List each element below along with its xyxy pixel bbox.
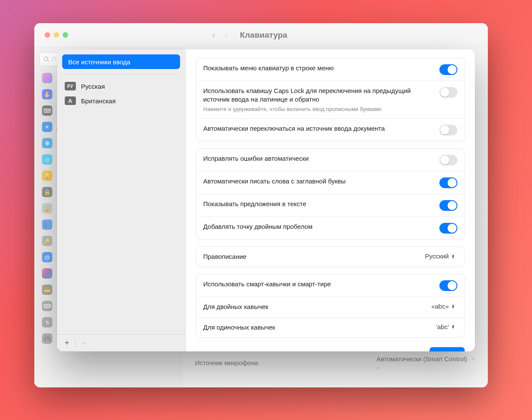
row-title: Правописание bbox=[203, 252, 418, 261]
chevron-updown-icon: ▲▼ bbox=[451, 324, 457, 329]
input-source-badge: РУ bbox=[65, 82, 76, 90]
chevron-updown-icon: ▲▼ bbox=[451, 304, 457, 309]
chevron-updown-icon: ▲▼ bbox=[451, 254, 457, 258]
row-title: Использовать клавишу Caps Lock для перек… bbox=[203, 87, 433, 104]
input-source-item[interactable]: АБританская bbox=[62, 93, 180, 108]
settings-row: Для двойных кавычек«abc»▲▼ bbox=[196, 297, 464, 317]
settings-group: Показывать меню клавиатур в строке менюИ… bbox=[196, 58, 465, 141]
settings-row: Добавлять точку двойным пробелом bbox=[196, 216, 464, 239]
settings-group: Исправлять ошибки автоматическиАвтоматич… bbox=[196, 148, 465, 240]
dropdown-select[interactable]: 'abc'▲▼ bbox=[436, 323, 457, 330]
dropdown-value: Русский bbox=[425, 252, 449, 260]
row-title: Добавлять точку двойным пробелом bbox=[203, 222, 433, 231]
dropdown-select[interactable]: Русский▲▼ bbox=[425, 252, 457, 260]
input-source-label: Русская bbox=[81, 83, 105, 90]
input-source-badge: А bbox=[65, 96, 76, 105]
input-sources-sheet: Все источники ввода РУРусскаяАБританская… bbox=[57, 49, 475, 351]
dropdown-select[interactable]: «abc»▲▼ bbox=[431, 303, 457, 310]
row-title: Исправлять ошибки автоматически bbox=[203, 154, 433, 163]
settings-group: Использовать смарт-кавычки и смарт-тиреД… bbox=[196, 274, 465, 338]
settings-row: Использовать смарт-кавычки и смарт-тире bbox=[196, 274, 464, 297]
row-title: Для одиночных кавычек bbox=[203, 323, 429, 332]
settings-row: Исправлять ошибки автоматически bbox=[196, 149, 464, 171]
settings-row: Показывать предложения в тексте bbox=[196, 194, 464, 216]
settings-row: Для одиночных кавычек'abc'▲▼ bbox=[196, 317, 464, 337]
dropdown-value: «abc» bbox=[431, 303, 449, 310]
settings-row: Автоматически писать слова с заглавной б… bbox=[196, 171, 464, 194]
row-title: Автоматически переключаться на источник … bbox=[203, 124, 433, 133]
toggle-switch[interactable] bbox=[439, 64, 457, 75]
settings-row: Показывать меню клавиатур в строке меню bbox=[196, 58, 464, 81]
settings-row: ПравописаниеРусский▲▼ bbox=[196, 247, 464, 267]
toggle-switch[interactable] bbox=[439, 87, 457, 98]
all-input-sources-button[interactable]: Все источники ввода bbox=[62, 54, 180, 69]
row-title: Показывать предложения в тексте bbox=[203, 200, 433, 208]
row-title: Для двойных кавычек bbox=[203, 303, 424, 311]
remove-source-button[interactable]: − bbox=[78, 338, 89, 349]
settings-row: Использовать клавишу Caps Lock для перек… bbox=[196, 81, 464, 118]
toggle-switch[interactable] bbox=[439, 177, 457, 188]
row-subtitle: Нажмите и удерживайте, чтобы включить вв… bbox=[203, 105, 433, 113]
input-source-label: Британская bbox=[81, 97, 116, 105]
dropdown-value: 'abc' bbox=[436, 323, 449, 330]
toggle-switch[interactable] bbox=[439, 155, 457, 165]
input-source-item[interactable]: РУРусская bbox=[62, 79, 180, 93]
divider bbox=[63, 74, 179, 75]
toggle-switch[interactable] bbox=[439, 200, 457, 211]
toggle-switch[interactable] bbox=[439, 223, 457, 234]
toggle-switch[interactable] bbox=[439, 280, 457, 291]
settings-group: ПравописаниеРусский▲▼ bbox=[196, 246, 465, 267]
row-title: Использовать смарт-кавычки и смарт-тире bbox=[203, 280, 433, 288]
settings-row: Автоматически переключаться на источник … bbox=[196, 118, 464, 141]
row-title: Автоматически писать слова с заглавной б… bbox=[203, 177, 433, 186]
toggle-switch[interactable] bbox=[439, 125, 457, 135]
add-source-button[interactable]: + bbox=[61, 338, 72, 349]
sheet-content: Показывать меню клавиатур в строке менюИ… bbox=[186, 49, 475, 351]
done-button[interactable]: Готово bbox=[430, 347, 465, 351]
sheet-sidebar: Все источники ввода РУРусскаяАБританская… bbox=[57, 49, 186, 351]
row-title: Показывать меню клавиатур в строке меню bbox=[203, 64, 433, 72]
